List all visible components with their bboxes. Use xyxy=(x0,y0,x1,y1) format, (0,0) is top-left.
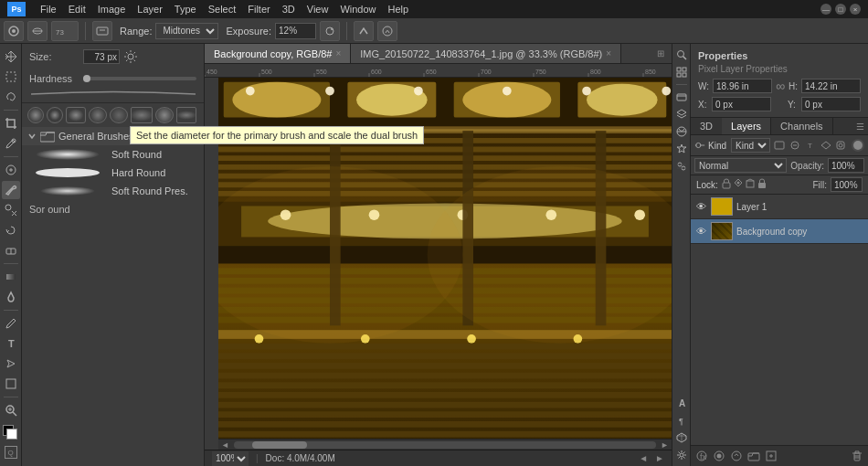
brush-item-hard-round[interactable]: Hard Round xyxy=(22,164,204,182)
ri-channels-icon[interactable] xyxy=(674,124,689,139)
menu-view[interactable]: View xyxy=(302,2,334,16)
brush-thumb-1[interactable] xyxy=(27,107,44,123)
filter-toggle[interactable] xyxy=(852,139,864,152)
menu-edit[interactable]: Edit xyxy=(63,2,91,16)
tab-3d[interactable]: 3D xyxy=(691,118,722,134)
menu-image[interactable]: Image xyxy=(92,2,132,16)
x-input[interactable] xyxy=(712,97,771,111)
lock-all-btn[interactable] xyxy=(757,178,767,191)
tab-close-img[interactable]: × xyxy=(606,48,611,58)
options-icon2[interactable] xyxy=(92,21,112,41)
opacity-input[interactable] xyxy=(828,158,864,173)
lock-position-btn[interactable] xyxy=(734,178,743,191)
foreground-color[interactable] xyxy=(3,425,19,441)
ri-type-icon[interactable]: A xyxy=(674,396,689,410)
add-adjustment-btn[interactable] xyxy=(729,449,744,463)
bg-copy-eye[interactable]: 👁 xyxy=(694,225,707,238)
ri-search-icon[interactable] xyxy=(674,48,689,62)
brush-thumb-2[interactable] xyxy=(47,107,63,123)
tab-arrange-btn[interactable]: ⊞ xyxy=(653,48,668,58)
tool-eyedropper[interactable] xyxy=(2,134,20,153)
menu-file[interactable]: File xyxy=(35,2,62,16)
ri-paragraph-icon[interactable]: ¶ xyxy=(674,413,689,428)
tool-history[interactable] xyxy=(2,221,20,239)
tab-close-bg[interactable]: × xyxy=(335,48,341,58)
tab-background-copy[interactable]: Background copy, RGB/8# × xyxy=(205,44,351,63)
tool-dodge[interactable] xyxy=(2,288,20,306)
filter-type-btn[interactable]: T xyxy=(804,138,817,153)
blend-mode-select[interactable]: Normal xyxy=(694,158,787,173)
tab-layers[interactable]: Layers xyxy=(722,118,771,134)
options-tool-icon1[interactable] xyxy=(4,21,24,41)
quick-mask-btn[interactable]: Q xyxy=(5,446,17,459)
ri-settings-icon[interactable] xyxy=(674,448,689,462)
menu-help[interactable]: Help xyxy=(383,2,415,16)
minimize-button[interactable]: — xyxy=(820,4,831,15)
tool-crop[interactable] xyxy=(2,114,20,132)
ri-adjustments-icon[interactable] xyxy=(674,159,689,174)
menu-layer[interactable]: Layer xyxy=(132,2,168,16)
hardness-slider[interactable] xyxy=(83,77,196,80)
options-brush-icon[interactable] xyxy=(27,21,48,41)
tool-text[interactable]: T xyxy=(2,334,20,353)
w-input[interactable] xyxy=(713,79,772,93)
range-select[interactable]: Midtones xyxy=(155,23,218,39)
layer-item-layer1[interactable]: 👁 Layer 1 xyxy=(691,195,868,219)
tool-pen[interactable] xyxy=(2,314,20,333)
size-input[interactable] xyxy=(83,49,120,64)
tool-select[interactable] xyxy=(2,68,20,86)
add-group-btn[interactable] xyxy=(746,449,761,463)
tool-gradient[interactable] xyxy=(2,268,20,286)
ri-layers-icon[interactable] xyxy=(674,107,689,122)
scroll-left-btn[interactable]: ◄ xyxy=(218,440,232,450)
h-scroll-thumb[interactable] xyxy=(252,441,307,449)
tab-channels[interactable]: Channels xyxy=(771,118,832,134)
delete-layer-btn[interactable] xyxy=(850,449,864,463)
filter-smart-btn[interactable] xyxy=(834,138,847,153)
maximize-button[interactable]: □ xyxy=(835,4,846,15)
tool-move[interactable] xyxy=(2,48,20,66)
options-icon3[interactable] xyxy=(354,21,374,41)
status-arrow-right[interactable]: ► xyxy=(655,453,664,463)
ri-styles-icon[interactable] xyxy=(674,142,689,156)
tab-img[interactable]: IMG_20150722_140833764_1.jpg @ 33.3% (RG… xyxy=(351,44,621,63)
h-scrollbar[interactable]: ◄ ► xyxy=(218,439,672,450)
options-airbrush-icon[interactable] xyxy=(320,21,340,41)
brush-item-soft-round[interactable]: Soft Round xyxy=(22,145,204,164)
lock-pixel-btn[interactable] xyxy=(722,178,731,191)
filter-shape-btn[interactable] xyxy=(820,138,832,153)
filter-adjust-btn[interactable] xyxy=(789,138,801,153)
tool-brush[interactable] xyxy=(2,181,20,199)
tool-zoom[interactable] xyxy=(2,401,20,419)
menu-type[interactable]: Type xyxy=(169,2,202,16)
y-input[interactable] xyxy=(801,97,861,111)
menu-select[interactable]: Select xyxy=(203,2,242,16)
brush-thumb-5[interactable] xyxy=(110,107,128,123)
size-gear[interactable] xyxy=(123,49,138,64)
tool-eraser[interactable] xyxy=(2,241,20,259)
brush-thumb-3[interactable] xyxy=(66,107,86,123)
lock-artboard-btn[interactable] xyxy=(746,178,755,191)
tool-clone[interactable] xyxy=(2,201,20,219)
layer-item-background-copy[interactable]: 👁 Background copy xyxy=(691,219,868,244)
menu-3d[interactable]: 3D xyxy=(277,2,301,16)
tool-lasso[interactable] xyxy=(2,88,20,106)
options-tool-icon3[interactable]: 73 xyxy=(51,21,79,41)
brush-thumb-6[interactable] xyxy=(131,107,153,123)
options-icon4[interactable] xyxy=(377,21,397,41)
chain-icon[interactable]: ∞ xyxy=(776,79,785,93)
tool-heal[interactable] xyxy=(2,161,20,179)
layers-panel-menu[interactable]: ☰ xyxy=(856,122,864,132)
menu-filter[interactable]: Filter xyxy=(242,2,275,16)
scroll-right-btn[interactable]: ► xyxy=(658,440,672,450)
kind-select[interactable]: Kind xyxy=(731,138,770,153)
exposure-input[interactable] xyxy=(275,23,316,39)
brush-thumb-4[interactable] xyxy=(89,107,107,123)
brush-item-soft-round-pres[interactable]: Soft Round Pres. xyxy=(22,182,204,200)
layer1-eye[interactable]: 👁 xyxy=(694,200,707,213)
h-scroll-track[interactable] xyxy=(234,441,656,449)
filter-pixel-btn[interactable] xyxy=(773,138,786,153)
brush-thumb-7[interactable] xyxy=(155,107,174,123)
tool-shape[interactable] xyxy=(2,375,20,393)
fill-input[interactable] xyxy=(831,177,863,192)
